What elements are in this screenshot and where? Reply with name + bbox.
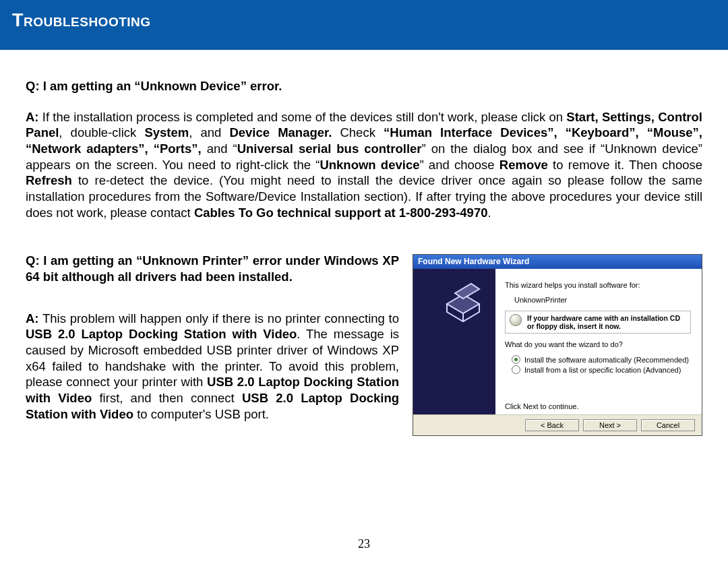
- section-title: Troubleshooting: [12, 10, 151, 30]
- wizard-footer: < Back Next > Cancel: [413, 414, 702, 435]
- radio-icon: [512, 365, 520, 374]
- wizard-option-auto[interactable]: Install the software automatically (Reco…: [512, 355, 691, 364]
- cancel-button[interactable]: Cancel: [641, 419, 695, 431]
- wizard-sidebar: [413, 269, 495, 414]
- faq2-answer-body: This problem will happen only if there i…: [26, 311, 399, 421]
- wizard-option-specific-label: Install from a list or specific location…: [524, 366, 681, 374]
- faq1-question: Q: I am getting an “Unknown Device” erro…: [26, 78, 702, 94]
- faq2-question: Q: I am getting an “Unknown Printer” err…: [26, 253, 399, 284]
- wizard-cd-text: If your hardware came with an installati…: [527, 314, 686, 330]
- wizard-option-auto-label: Install the software automatically (Reco…: [524, 356, 689, 364]
- wizard-device-name: UnknownPrinter: [514, 296, 691, 304]
- wizard-option-specific[interactable]: Install from a list or specific location…: [512, 365, 691, 374]
- page-number: 23: [0, 537, 728, 551]
- faq1-answer: A: If the installation process is comple…: [26, 109, 702, 221]
- radio-icon: [512, 355, 520, 364]
- hardware-wizard-screenshot: Found New Hardware Wizard This wizard he…: [413, 254, 702, 436]
- back-button[interactable]: < Back: [525, 419, 579, 431]
- faq2-answer: A: This problem will happen only if ther…: [26, 311, 399, 423]
- hardware-icon: [440, 277, 487, 324]
- wizard-titlebar: Found New Hardware Wizard: [413, 255, 702, 269]
- wizard-cd-notice: If your hardware came with an installati…: [505, 311, 691, 334]
- faq1-answer-body: If the installation process is completed…: [26, 110, 702, 220]
- wizard-continue: Click Next to continue.: [505, 402, 691, 410]
- faq-item-2: Q: I am getting an “Unknown Printer” err…: [26, 253, 399, 422]
- wizard-prompt: What do you want the wizard to do?: [505, 340, 691, 348]
- cd-icon: [510, 314, 522, 326]
- faq-item-1: Q: I am getting an “Unknown Device” erro…: [26, 78, 702, 220]
- section-header: Troubleshooting: [0, 0, 728, 50]
- wizard-intro: This wizard helps you install software f…: [505, 281, 691, 289]
- next-button[interactable]: Next >: [583, 419, 637, 431]
